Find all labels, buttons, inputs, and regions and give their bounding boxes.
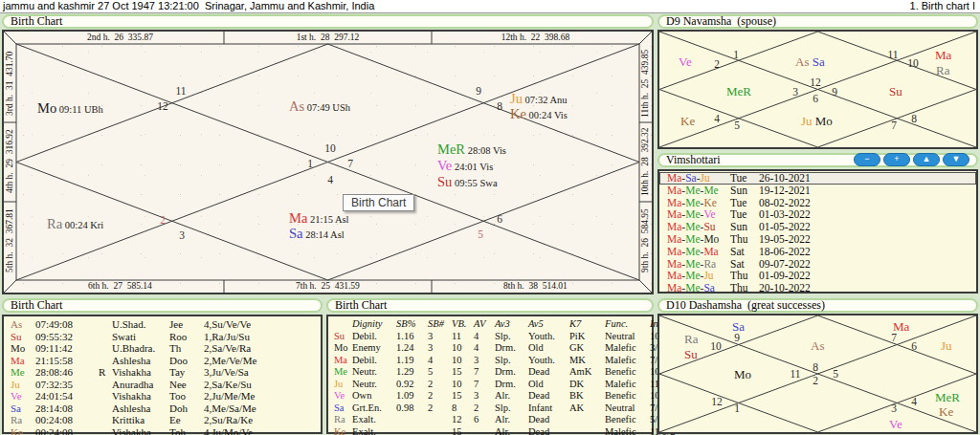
house-number: 8	[911, 113, 917, 124]
house-strip-label: 3rd h. 31 431.70	[4, 44, 16, 122]
planet-label: Su	[684, 347, 698, 360]
planet-label: Su 09:55 Swa	[437, 175, 498, 189]
panel-title: Birth Chart	[2, 298, 323, 313]
planet-abbr: Ke	[510, 106, 526, 121]
table-row: As07:49:08U.Shad.Jee4,Su/Ve/Ve	[4, 318, 321, 331]
panel-title-text: Birth Chart	[11, 14, 62, 28]
planet-degrees: 00:24 Vis	[526, 110, 568, 120]
planet-abbr: Su	[889, 84, 902, 98]
planet-label: Ke 00:24 Vis	[510, 107, 568, 121]
dasha-date: 26-10-2021	[759, 172, 811, 185]
dasha-date: 01-09-2022	[759, 270, 811, 282]
dasha-row[interactable]: Ma-Me-JuThu01-09-2022	[659, 270, 976, 282]
dasha-row[interactable]: Ma-Me-SaThu20-10-2022	[659, 282, 976, 294]
table-row: RaExalt.126Alr.DeadBenefic5/3/8	[328, 414, 652, 426]
dasha-lords: Ma-Me-Mo	[667, 233, 719, 246]
planet-abbr: Sa	[289, 226, 303, 241]
dasha-row[interactable]: Ma-Me-RaSat09-07-2022	[659, 258, 976, 271]
planet-label: MeR	[935, 390, 960, 403]
dasha-date: 19-05-2022	[759, 233, 811, 246]
house-number: 2	[813, 375, 818, 386]
dasha-row[interactable]: Ma-Me-SuSun01-05-2022	[659, 221, 976, 233]
panel-title: Vimshottari − + ▲ ▼	[657, 153, 978, 167]
house-number: 7	[891, 120, 897, 131]
dasha-row[interactable]: Ma-Me-VeTue01-03-2022	[659, 208, 976, 221]
house-number: 1	[734, 402, 740, 414]
dasha-lords: Ma-Me-Ju	[667, 270, 714, 282]
table-row: Ju07:32:35AnuradhaNee2,Sa/Ke/Su	[4, 379, 321, 391]
table-row: KeExalt.15Alr.DeadMalefic11/9/2	[328, 426, 652, 435]
dasha-up-button[interactable]: ▲	[913, 153, 940, 166]
dasha-row[interactable]: Ma-Me-MeSun19-12-2021	[659, 185, 976, 197]
house-strip-label: 12th h. 22 398.68	[432, 32, 639, 44]
dasha-lords: Ma-Sa-Ju	[667, 172, 710, 185]
planet-label: Ke	[939, 404, 953, 418]
planet-degrees: 07:49 USh	[304, 102, 350, 113]
planet-abbr: Ve	[889, 417, 902, 431]
panel-title-text: Vimshottari	[666, 155, 721, 165]
dasha-weekday: Tue	[730, 208, 746, 221]
panel-title-text: Birth Chart	[335, 298, 387, 312]
house-number: 9	[832, 86, 837, 98]
planet-abbr: Ma	[289, 210, 307, 226]
table-row: MaDebil.1.194103Slp.Youth.MKMalefic7/5/1…	[328, 355, 652, 367]
dasha-date: 01-05-2022	[759, 221, 811, 233]
planet-label: Ve 24:01 Vis	[437, 159, 493, 173]
dasha-collapse-button[interactable]: −	[854, 153, 880, 166]
planet-label: As	[811, 338, 824, 352]
planet-abbr: Sa	[809, 54, 824, 69]
house-number: 7	[347, 158, 353, 169]
dasha-lords: Ma-Me-Sa	[667, 282, 715, 294]
d9-chart-area[interactable]: 121110123964578VeAs SaMaRaMeRSuKeJu Mo	[657, 30, 978, 149]
table-row: Mo09:11:42U.Bhadra.Th2,Sa/Ve/Ra	[4, 342, 321, 355]
view-name: 1. Birth chart I	[910, 0, 975, 12]
planet-degrees: 28:08 Vis	[465, 145, 506, 156]
planet-label: Ju	[941, 338, 952, 352]
planet-label: Sa	[732, 319, 745, 333]
dasha-date: 01-03-2022	[759, 208, 811, 221]
dasha-weekday: Sun	[730, 221, 747, 233]
dasha-lords: Ma-Me-Ra	[667, 258, 716, 271]
house-number: 1	[733, 49, 739, 60]
d9-navamsha-panel: D9 Navamsha (spouse) 121110123964578VeAs…	[657, 14, 978, 150]
planet-label: Ju 07:32 Anu	[510, 92, 568, 106]
planet-abbr: Mo	[734, 367, 751, 381]
birth-chart-area[interactable]: 2nd h. 26 335.87 1st h. 28 297.12 12th h…	[2, 30, 654, 294]
planet-label: As 07:49 USh	[289, 99, 350, 114]
app-window: jammu and kashmir 27 Oct 1947 13:21:00 S…	[0, 0, 980, 435]
birth-chart-panel: Birth Chart 2nd h. 26 335.87 1st h. 28 2…	[2, 14, 654, 294]
house-number: 11	[175, 85, 186, 97]
planet-label: Ke	[680, 114, 695, 127]
dasha-expand-button[interactable]: +	[883, 153, 910, 166]
dasha-weekday: Sat	[730, 258, 745, 271]
table-row: Ve24:01:54VishakhaToo2,Ju/Me/Me	[4, 390, 321, 402]
d10-chart-area[interactable]: 910768115212143SaMaRaSuAsJuMoMeRKeVe	[657, 314, 978, 434]
planet-abbr: Su	[684, 347, 698, 361]
dasha-controls: − + ▲ ▼	[854, 153, 969, 166]
panel-title: D9 Navamsha (spouse)	[657, 14, 978, 29]
panel-title-text: D10 Dashamsha (great successes)	[666, 298, 825, 312]
dasha-down-button[interactable]: ▼	[943, 153, 969, 166]
panel-title: Birth Chart	[2, 14, 654, 29]
house-number: 4	[911, 396, 917, 407]
house-strip-label: 7th h. 25 431.59	[224, 280, 432, 293]
house-strip-label: 10th h. 28 392.32	[639, 122, 652, 201]
table-header-row: DignitySB%SB#VB.AVAv3Av5K7Func.In	[328, 318, 652, 331]
panel-title-text: Birth Chart	[11, 298, 62, 312]
planet-label: As Sa	[795, 54, 825, 68]
dasha-date: 18-06-2022	[759, 246, 811, 258]
dasha-row[interactable]: Ma-Sa-JuTue26-10-2021	[659, 172, 976, 185]
planet-abbr: Su	[437, 174, 452, 189]
dignity-table-body: DignitySB%SB#VB.AVAv3Av5K7Func.InSuDebil…	[328, 316, 652, 432]
house-number: 6	[911, 340, 917, 352]
dasha-row[interactable]: Ma-Me-KeTue08-02-2022	[659, 197, 976, 209]
house-strip-label: 11th h. 25 439.85	[639, 44, 652, 122]
planet-abbr: Ju	[941, 338, 952, 353]
dasha-lords: Ma-Me-Me	[667, 185, 719, 197]
dasha-row[interactable]: Ma-Me-MoThu19-05-2022	[659, 233, 976, 246]
planet-abbr: Mo	[37, 100, 56, 116]
planet-label: Ju Mo	[801, 114, 833, 127]
house-number: 3	[891, 402, 897, 414]
dasha-row[interactable]: Ma-Me-MaSat18-06-2022	[659, 246, 976, 258]
house-number: 2	[160, 214, 166, 226]
